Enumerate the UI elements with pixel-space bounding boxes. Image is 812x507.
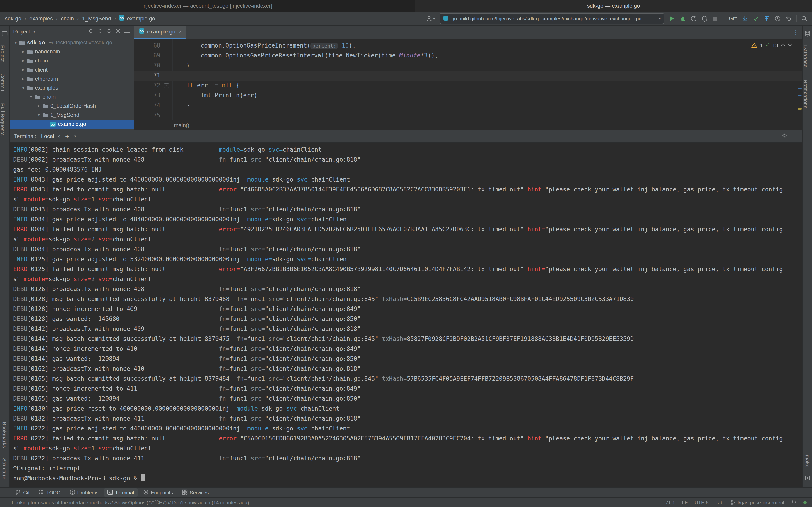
indent-style[interactable]: Tab: [715, 500, 724, 505]
tool-stripe-button-bookmarks[interactable]: Bookmarks: [2, 422, 7, 448]
chevron-down-icon[interactable]: ▾: [33, 30, 35, 34]
chevron-collapsed-icon[interactable]: ▸: [20, 49, 27, 54]
gutter-fold-column: −: [160, 80, 172, 91]
prev-problem-icon[interactable]: [781, 44, 785, 46]
collapse-all-icon[interactable]: [106, 27, 112, 36]
tree-item-examples[interactable]: ▾examples: [9, 83, 134, 92]
tool-stripe-button-project[interactable]: Project: [0, 45, 5, 62]
toolbar-separator: [723, 15, 723, 22]
background-window-title[interactable]: injective-indexer — account_test.go [inj…: [0, 0, 415, 12]
terminal-output[interactable]: INFO[0002] chain session cookie loaded f…: [9, 143, 803, 487]
terminal-tab-local[interactable]: Local ×: [41, 133, 60, 139]
tree-item-chain[interactable]: ▾chain: [9, 92, 134, 101]
make-tool-icon[interactable]: [805, 474, 810, 483]
search-everywhere-button[interactable]: [801, 15, 807, 22]
git-update-button[interactable]: [742, 15, 748, 22]
tree-item-client[interactable]: ▸client: [9, 65, 134, 74]
close-icon[interactable]: ×: [179, 29, 182, 35]
tab-options-icon[interactable]: ⋮: [789, 26, 803, 39]
select-opened-file-icon[interactable]: [88, 27, 94, 36]
git-push-button[interactable]: [764, 15, 770, 22]
run-button[interactable]: [669, 15, 675, 22]
project-panel-title[interactable]: Project: [13, 29, 30, 35]
tool-stripe-button-structure[interactable]: Structure: [2, 458, 7, 480]
tool-window-button-todo[interactable]: TODO: [35, 489, 64, 497]
tree-item-1_MsgSend[interactable]: ▾1_MsgSend: [9, 110, 134, 119]
code-line-71[interactable]: 71: [134, 71, 803, 80]
database-icon[interactable]: [805, 30, 810, 39]
tool-window-button-terminal[interactable]: Terminal: [104, 489, 138, 497]
tree-item-chain[interactable]: ▸chain: [9, 56, 134, 65]
line-number: 74: [134, 101, 160, 110]
profiler-button[interactable]: [691, 15, 697, 22]
code-line-70[interactable]: 70 ): [134, 61, 803, 71]
hide-panel-icon[interactable]: —: [124, 28, 130, 35]
new-terminal-button[interactable]: +: [65, 132, 69, 140]
debug-button[interactable]: [680, 15, 686, 22]
chevron-collapsed-icon[interactable]: ▸: [35, 104, 42, 108]
tree-item-0_LocalOrderHash[interactable]: ▸0_LocalOrderHash: [9, 101, 134, 110]
terminal-settings-icon[interactable]: [781, 132, 787, 140]
git-history-button[interactable]: [774, 15, 781, 22]
fold-marker-icon[interactable]: −: [164, 83, 169, 88]
breadcrumb-item[interactable]: examples: [29, 15, 53, 22]
code-line-74[interactable]: 74 }: [134, 101, 803, 110]
tree-item-example.go[interactable]: GOexample.go: [9, 119, 134, 128]
tool-window-button-services[interactable]: Services: [178, 489, 212, 497]
git-commit-button[interactable]: [753, 15, 759, 22]
tool-stripe-button-commit[interactable]: Commit: [0, 73, 5, 92]
tool-stripe-button-make[interactable]: make: [805, 455, 810, 468]
expand-all-icon[interactable]: [97, 27, 103, 36]
chevron-collapsed-icon[interactable]: ▸: [20, 67, 27, 72]
chevron-expanded-icon[interactable]: ▾: [28, 95, 35, 99]
ide-status-indicator[interactable]: [803, 501, 807, 504]
tree-item-bandchain[interactable]: ▸bandchain: [9, 47, 134, 56]
tool-stripe-button-notifications[interactable]: Notifications: [803, 79, 808, 108]
git-rollback-button[interactable]: [785, 15, 792, 22]
close-icon[interactable]: ×: [57, 133, 60, 139]
chevron-collapsed-icon[interactable]: ▸: [20, 58, 27, 63]
breadcrumb-file[interactable]: GOexample.go: [119, 15, 155, 22]
code-area[interactable]: 68 common.OptionGasPriceIncrement(percen…: [134, 39, 803, 120]
status-message[interactable]: Looking for usages of the interface meth…: [12, 500, 249, 505]
tool-stripe-button-database[interactable]: Database: [803, 45, 808, 68]
inspections-widget[interactable]: 1 ✓ 13: [752, 42, 793, 48]
notifications-bell-icon[interactable]: [791, 499, 797, 506]
tool-window-button-git[interactable]: Git: [12, 489, 33, 497]
code-line-73[interactable]: 73 fmt.Println(err): [134, 91, 803, 101]
tree-item-ethereum[interactable]: ▸ethereum: [9, 74, 134, 83]
hide-terminal-icon[interactable]: —: [792, 133, 798, 139]
breadcrumb-item[interactable]: chain: [60, 15, 74, 22]
chevron-expanded-icon[interactable]: ▾: [35, 113, 42, 117]
file-encoding[interactable]: UTF-8: [695, 500, 709, 505]
run-configuration-select[interactable]: go build github.com/InjectiveLabs/sdk-g.…: [440, 13, 664, 24]
settings-gear-icon[interactable]: [115, 27, 121, 36]
coverage-button[interactable]: [702, 15, 708, 22]
terminal-dropdown-icon[interactable]: ▾: [74, 134, 76, 138]
code-line-72[interactable]: 72− if err != nil {: [134, 80, 803, 91]
terminal-cursor[interactable]: [141, 474, 145, 481]
editor-breadcrumbs[interactable]: main(): [134, 120, 803, 130]
user-profile-button[interactable]: ▾: [426, 15, 435, 22]
chevron-expanded-icon[interactable]: ▾: [12, 40, 19, 45]
breadcrumb-item[interactable]: 1_MsgSend: [82, 15, 111, 22]
line-separator[interactable]: LF: [682, 500, 688, 505]
tree-item-sdk-go[interactable]: ▾sdk-go~/Desktop/injective/sdk-go: [9, 38, 134, 47]
next-problem-icon[interactable]: [788, 44, 793, 46]
breadcrumb-function[interactable]: main(): [174, 122, 189, 128]
tool-window-button-problems[interactable]: Problems: [66, 489, 102, 497]
breadcrumb-item[interactable]: sdk-go: [5, 15, 22, 22]
tool-window-button-endpoints[interactable]: Endpoints: [139, 489, 176, 497]
tool-stripe-button-pull-requests[interactable]: Pull Requests: [0, 103, 5, 136]
chevron-expanded-icon[interactable]: ▾: [20, 86, 27, 90]
go-file-icon: GO: [119, 15, 124, 22]
stop-button[interactable]: [713, 16, 718, 21]
project-tool-icon[interactable]: [2, 30, 7, 39]
git-branch-widget[interactable]: f/gas-price-increment: [730, 500, 784, 505]
caret-position[interactable]: 71:1: [665, 500, 675, 505]
tab-example-go[interactable]: GO example.go ×: [134, 26, 187, 39]
chevron-collapsed-icon[interactable]: ▸: [20, 76, 27, 81]
code-line-68[interactable]: 68 common.OptionGasPriceIncrement(percen…: [134, 41, 803, 51]
code-line-75[interactable]: 75: [134, 110, 803, 120]
code-line-69[interactable]: 69 common.OptionsGasPriceResetInterval(t…: [134, 51, 803, 61]
